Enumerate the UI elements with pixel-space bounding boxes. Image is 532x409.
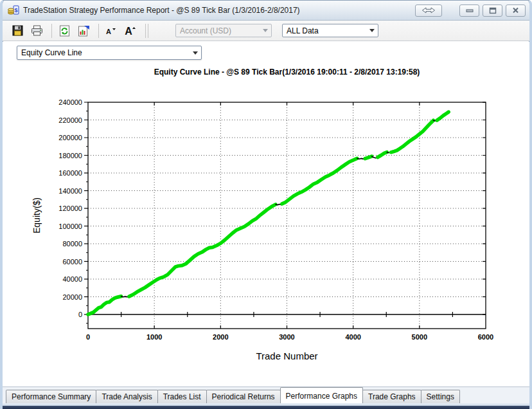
- restore-button[interactable]: [483, 5, 502, 17]
- refresh-icon: [59, 25, 70, 37]
- restore-icon: [489, 7, 497, 14]
- format-report-button[interactable]: [75, 23, 92, 39]
- save-icon: [12, 25, 23, 36]
- y-tick-label: 0: [78, 311, 82, 318]
- tab-performance-graphs[interactable]: Performance Graphs: [280, 387, 363, 403]
- chevron-down-icon: [369, 29, 375, 32]
- print-icon: [31, 25, 43, 36]
- minimize-icon: [466, 8, 474, 14]
- app-icon: $: [8, 5, 19, 15]
- toolbar-separator: [98, 24, 99, 38]
- svg-text:$: $: [14, 7, 17, 14]
- y-tick-label: 220000: [58, 116, 82, 124]
- curve-segment-green: [391, 120, 434, 152]
- save-button[interactable]: [9, 23, 26, 39]
- tab-periodical-returns[interactable]: Periodical Returns: [206, 390, 281, 403]
- data-range-combobox-value: ALL Data: [287, 26, 319, 35]
- curve-segment-green: [365, 156, 371, 159]
- report-tabbar: Performance Summary Trade Analysis Trade…: [3, 386, 532, 403]
- font-decrease-button[interactable]: A: [103, 23, 120, 39]
- curve-segment-green: [88, 296, 121, 314]
- window-controls: [415, 5, 526, 17]
- toolbar-separator: [148, 24, 148, 38]
- close-icon: [512, 7, 519, 14]
- minimize-button[interactable]: [459, 5, 479, 17]
- x-tick-label: 6000: [478, 333, 493, 341]
- y-tick-label: 40000: [62, 275, 82, 283]
- equity-curve-chart: 0100020003000400050006000020000400006000…: [3, 42, 532, 386]
- tab-trades-list[interactable]: Trades List: [157, 390, 207, 403]
- curve-segment-green: [282, 158, 357, 204]
- x-tick-label: 1000: [146, 333, 162, 341]
- report-content: Equity Curve Line Equity Curve Line - @S…: [3, 42, 532, 386]
- tab-trade-analysis[interactable]: Trade Analysis: [96, 390, 157, 403]
- svg-text:A: A: [125, 26, 132, 37]
- format-report-icon: [78, 25, 90, 37]
- tab-settings[interactable]: Settings: [421, 390, 460, 403]
- y-tick-label: 240000: [58, 98, 82, 106]
- titlebar: $ TradeStation Strategy Performance Repo…: [3, 1, 529, 21]
- chevron-down-icon: [263, 29, 268, 32]
- y-tick-label: 100000: [58, 223, 82, 230]
- toolbar-separator: [145, 24, 146, 38]
- x-tick-label: 4000: [345, 333, 360, 341]
- y-axis-title: Equity($): [31, 197, 42, 233]
- font-increase-icon: A: [124, 25, 137, 37]
- x-tick-label: 5000: [412, 333, 427, 341]
- x-tick-label: 0: [86, 333, 90, 341]
- resize-horizontal-button[interactable]: [415, 5, 442, 17]
- resize-horizontal-icon: [421, 7, 436, 14]
- font-decrease-icon: A: [105, 26, 117, 36]
- window-bottom-border: [3, 406, 532, 409]
- window-title: TradeStation Strategy Performance Report…: [23, 6, 300, 15]
- font-increase-button[interactable]: A: [122, 23, 139, 39]
- y-tick-label: 140000: [58, 187, 82, 195]
- y-tick-label: 120000: [58, 204, 82, 212]
- tab-performance-summary[interactable]: Performance Summary: [6, 390, 96, 403]
- x-tick-label: 3000: [279, 333, 294, 341]
- close-button[interactable]: [506, 5, 526, 17]
- tradestation-report-window: $ TradeStation Strategy Performance Repo…: [0, 0, 532, 409]
- y-tick-label: 20000: [62, 293, 82, 301]
- refresh-button[interactable]: [56, 23, 73, 39]
- y-tick-label: 160000: [58, 169, 82, 177]
- y-tick-label: 60000: [62, 258, 82, 266]
- curve-segment-green: [437, 112, 448, 120]
- curve-segment-green: [378, 152, 387, 158]
- y-tick-label: 180000: [58, 152, 82, 159]
- y-tick-label: 200000: [58, 134, 82, 141]
- data-range-combobox[interactable]: ALL Data: [282, 24, 378, 37]
- x-axis-title: Trade Number: [256, 350, 317, 361]
- account-combobox-value: Account (USD): [180, 26, 231, 35]
- print-button[interactable]: [28, 23, 45, 39]
- tab-trade-graphs[interactable]: Trade Graphs: [362, 390, 421, 403]
- account-combobox[interactable]: Account (USD): [175, 24, 272, 37]
- svg-text:A: A: [106, 28, 111, 35]
- curve-segment-green: [129, 204, 276, 296]
- y-tick-label: 80000: [62, 240, 82, 248]
- toolbar-separator: [51, 24, 52, 38]
- x-tick-label: 2000: [213, 333, 228, 341]
- toolbar: A A Account (USD) ALL Data: [3, 21, 529, 41]
